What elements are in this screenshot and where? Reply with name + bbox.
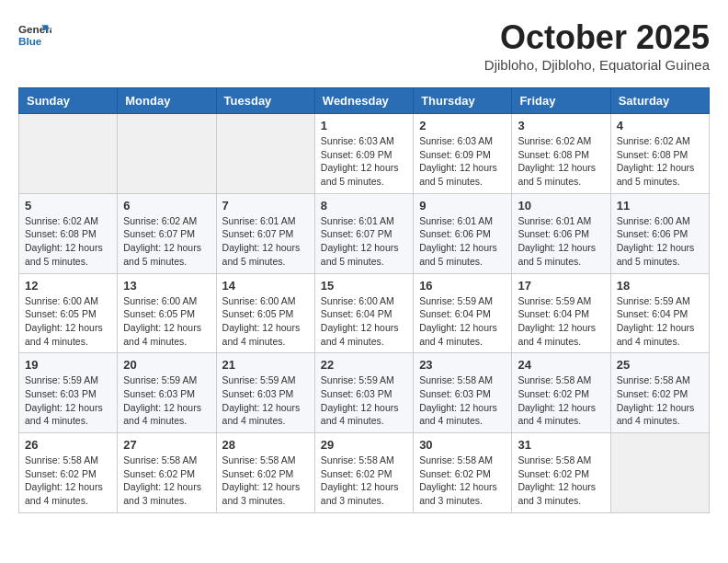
- day-info: Sunrise: 6:02 AMSunset: 6:07 PMDaylight:…: [123, 214, 210, 269]
- day-info: Sunrise: 6:01 AMSunset: 6:06 PMDaylight:…: [518, 214, 604, 269]
- calendar-cell: 26Sunrise: 5:58 AMSunset: 6:02 PMDayligh…: [19, 433, 118, 513]
- day-info: Sunrise: 5:59 AMSunset: 6:03 PMDaylight:…: [25, 373, 111, 428]
- day-number: 4: [617, 119, 703, 132]
- day-info: Sunrise: 5:58 AMSunset: 6:02 PMDaylight:…: [518, 373, 604, 428]
- calendar-cell: 27Sunrise: 5:58 AMSunset: 6:02 PMDayligh…: [118, 433, 216, 513]
- calendar-cell: 19Sunrise: 5:59 AMSunset: 6:03 PMDayligh…: [19, 353, 118, 433]
- day-info: Sunrise: 6:03 AMSunset: 6:09 PMDaylight:…: [419, 134, 506, 189]
- day-number: 21: [222, 358, 309, 372]
- calendar-cell: [118, 114, 216, 194]
- day-info: Sunrise: 6:01 AMSunset: 6:06 PMDaylight:…: [419, 214, 506, 269]
- day-info: Sunrise: 5:59 AMSunset: 6:03 PMDaylight:…: [123, 373, 210, 428]
- day-number: 18: [617, 279, 703, 293]
- calendar-cell: 18Sunrise: 5:59 AMSunset: 6:04 PMDayligh…: [610, 273, 709, 353]
- day-info: Sunrise: 6:00 AMSunset: 6:05 PMDaylight:…: [123, 294, 210, 349]
- calendar-cell: 6Sunrise: 6:02 AMSunset: 6:07 PMDaylight…: [118, 193, 216, 273]
- day-info: Sunrise: 6:02 AMSunset: 6:08 PMDaylight:…: [518, 134, 604, 189]
- day-number: 6: [123, 199, 210, 213]
- calendar-table: SundayMondayTuesdayWednesdayThursdayFrid…: [18, 87, 710, 513]
- logo-icon: General Blue: [18, 18, 51, 52]
- day-header-tuesday: Tuesday: [216, 88, 314, 114]
- day-number: 2: [419, 119, 506, 132]
- day-number: 5: [25, 199, 111, 213]
- day-info: Sunrise: 5:58 AMSunset: 6:02 PMDaylight:…: [25, 454, 111, 508]
- day-header-saturday: Saturday: [610, 88, 709, 114]
- calendar-cell: [610, 433, 709, 513]
- day-number: 23: [419, 358, 506, 372]
- calendar-cell: 5Sunrise: 6:02 AMSunset: 6:08 PMDaylight…: [19, 193, 118, 273]
- calendar-cell: 30Sunrise: 5:58 AMSunset: 6:02 PMDayligh…: [414, 433, 512, 513]
- calendar-cell: 7Sunrise: 6:01 AMSunset: 6:07 PMDaylight…: [216, 193, 314, 273]
- day-header-monday: Monday: [118, 88, 216, 114]
- calendar-cell: 8Sunrise: 6:01 AMSunset: 6:07 PMDaylight…: [314, 193, 413, 273]
- day-number: 16: [419, 279, 506, 293]
- day-header-wednesday: Wednesday: [314, 88, 413, 114]
- calendar-cell: 11Sunrise: 6:00 AMSunset: 6:06 PMDayligh…: [610, 193, 709, 273]
- calendar-cell: 15Sunrise: 6:00 AMSunset: 6:04 PMDayligh…: [314, 273, 413, 353]
- day-info: Sunrise: 6:00 AMSunset: 6:05 PMDaylight:…: [25, 294, 111, 349]
- day-info: Sunrise: 5:59 AMSunset: 6:04 PMDaylight:…: [518, 294, 604, 349]
- page-header: General Blue October 2025 Djibloho, Djib…: [18, 18, 710, 73]
- day-number: 22: [321, 358, 407, 372]
- day-info: Sunrise: 5:59 AMSunset: 6:03 PMDaylight:…: [321, 373, 407, 428]
- day-info: Sunrise: 5:58 AMSunset: 6:02 PMDaylight:…: [123, 454, 210, 508]
- day-info: Sunrise: 6:00 AMSunset: 6:06 PMDaylight:…: [617, 214, 703, 269]
- day-info: Sunrise: 5:58 AMSunset: 6:02 PMDaylight:…: [518, 454, 604, 508]
- svg-text:Blue: Blue: [18, 35, 42, 47]
- month-title: October 2025: [484, 18, 710, 57]
- calendar-cell: 20Sunrise: 5:59 AMSunset: 6:03 PMDayligh…: [118, 353, 216, 433]
- calendar-cell: 2Sunrise: 6:03 AMSunset: 6:09 PMDaylight…: [414, 114, 512, 194]
- day-info: Sunrise: 5:58 AMSunset: 6:02 PMDaylight:…: [419, 454, 506, 508]
- title-block: October 2025 Djibloho, Djibloho, Equator…: [484, 18, 710, 73]
- day-number: 25: [617, 358, 703, 372]
- day-number: 26: [25, 438, 111, 452]
- day-info: Sunrise: 6:01 AMSunset: 6:07 PMDaylight:…: [222, 214, 309, 269]
- logo: General Blue: [18, 18, 51, 52]
- day-number: 27: [123, 438, 210, 452]
- day-number: 12: [25, 279, 111, 293]
- calendar-cell: 1Sunrise: 6:03 AMSunset: 6:09 PMDaylight…: [314, 114, 413, 194]
- week-row-2: 5Sunrise: 6:02 AMSunset: 6:08 PMDaylight…: [19, 193, 710, 273]
- day-info: Sunrise: 5:58 AMSunset: 6:02 PMDaylight:…: [321, 454, 407, 508]
- day-header-thursday: Thursday: [414, 88, 512, 114]
- week-row-5: 26Sunrise: 5:58 AMSunset: 6:02 PMDayligh…: [19, 433, 710, 513]
- day-header-friday: Friday: [512, 88, 610, 114]
- calendar-cell: 17Sunrise: 5:59 AMSunset: 6:04 PMDayligh…: [512, 273, 610, 353]
- day-number: 10: [518, 199, 604, 213]
- calendar-cell: [216, 114, 314, 194]
- day-number: 17: [518, 279, 604, 293]
- calendar-cell: 4Sunrise: 6:02 AMSunset: 6:08 PMDaylight…: [610, 114, 709, 194]
- day-number: 11: [617, 199, 703, 213]
- calendar-cell: 9Sunrise: 6:01 AMSunset: 6:06 PMDaylight…: [414, 193, 512, 273]
- day-info: Sunrise: 5:59 AMSunset: 6:03 PMDaylight:…: [222, 373, 309, 428]
- day-info: Sunrise: 6:03 AMSunset: 6:09 PMDaylight:…: [321, 134, 407, 189]
- week-row-4: 19Sunrise: 5:59 AMSunset: 6:03 PMDayligh…: [19, 353, 710, 433]
- day-number: 19: [25, 358, 111, 372]
- day-info: Sunrise: 6:01 AMSunset: 6:07 PMDaylight:…: [321, 214, 407, 269]
- day-info: Sunrise: 6:00 AMSunset: 6:04 PMDaylight:…: [321, 294, 407, 349]
- day-info: Sunrise: 6:02 AMSunset: 6:08 PMDaylight:…: [25, 214, 111, 269]
- day-info: Sunrise: 5:58 AMSunset: 6:03 PMDaylight:…: [419, 373, 506, 428]
- day-number: 29: [321, 438, 407, 452]
- calendar-cell: 10Sunrise: 6:01 AMSunset: 6:06 PMDayligh…: [512, 193, 610, 273]
- calendar-cell: 23Sunrise: 5:58 AMSunset: 6:03 PMDayligh…: [414, 353, 512, 433]
- calendar-cell: 24Sunrise: 5:58 AMSunset: 6:02 PMDayligh…: [512, 353, 610, 433]
- day-number: 15: [321, 279, 407, 293]
- calendar-cell: 14Sunrise: 6:00 AMSunset: 6:05 PMDayligh…: [216, 273, 314, 353]
- day-number: 13: [123, 279, 210, 293]
- day-info: Sunrise: 6:02 AMSunset: 6:08 PMDaylight:…: [617, 134, 703, 189]
- day-number: 1: [321, 119, 407, 132]
- calendar-cell: 16Sunrise: 5:59 AMSunset: 6:04 PMDayligh…: [414, 273, 512, 353]
- day-number: 3: [518, 119, 604, 132]
- calendar-cell: 22Sunrise: 5:59 AMSunset: 6:03 PMDayligh…: [314, 353, 413, 433]
- day-number: 7: [222, 199, 309, 213]
- day-header-sunday: Sunday: [19, 88, 118, 114]
- location-title: Djibloho, Djibloho, Equatorial Guinea: [484, 57, 710, 73]
- day-number: 28: [222, 438, 309, 452]
- calendar-header-row: SundayMondayTuesdayWednesdayThursdayFrid…: [19, 88, 710, 114]
- calendar-cell: 13Sunrise: 6:00 AMSunset: 6:05 PMDayligh…: [118, 273, 216, 353]
- day-info: Sunrise: 6:00 AMSunset: 6:05 PMDaylight:…: [222, 294, 309, 349]
- day-info: Sunrise: 5:59 AMSunset: 6:04 PMDaylight:…: [617, 294, 703, 349]
- day-info: Sunrise: 5:59 AMSunset: 6:04 PMDaylight:…: [419, 294, 506, 349]
- calendar-cell: 21Sunrise: 5:59 AMSunset: 6:03 PMDayligh…: [216, 353, 314, 433]
